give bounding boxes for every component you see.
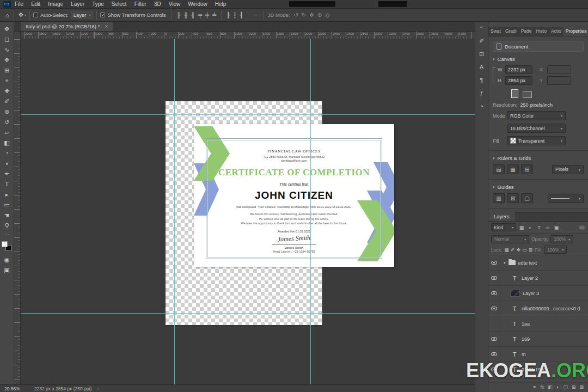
height-field[interactable]: 2854 px [505,76,532,85]
layer-visibility-toggle[interactable] [488,286,500,301]
filter-pixel-layers-icon[interactable]: ▦ [518,223,525,231]
group-expand-caret[interactable]: ▾ [504,261,506,265]
menu-item[interactable]: Select [108,0,131,9]
eraser-tool[interactable]: ▱ [0,127,14,138]
panel-tab[interactable]: Patte [519,27,534,36]
lock-position-icon[interactable]: ✥ [516,247,520,253]
edit-toolbar-icon[interactable]: ⋯ [0,231,14,238]
panel-tab[interactable]: Swat [488,27,503,36]
tool-preset-caret-icon[interactable]: ▾ [24,13,26,17]
panel-tab[interactable]: Histo [534,27,549,36]
history-brush-tool[interactable]: ↺ [0,117,14,127]
new-guide-layout-icon[interactable]: ▥ [493,193,505,203]
path-selection-tool[interactable]: ▸ [0,189,14,200]
foreground-color-swatch[interactable] [2,241,8,247]
auto-select-checkbox[interactable] [33,13,38,17]
menu-item[interactable]: Edit [27,0,44,9]
healing-brush-tool[interactable]: ✚ [0,86,14,96]
menu-item[interactable]: Image [44,0,67,9]
pen-tool[interactable]: ✒ [0,169,14,179]
menu-item[interactable]: View [165,0,185,9]
canvas-area[interactable]: FINANCIAL LAW OFFICES 711-2880 Nulla St.… [21,39,475,384]
clone-source-panel-icon[interactable]: ⊡ [475,47,488,60]
color-mode-select[interactable]: RGB Color ▾ [507,111,566,120]
align-left-edges-icon[interactable]: ╟ [175,12,182,18]
vertical-guide[interactable] [310,39,311,384]
3d-slide-icon[interactable]: ⊕ [316,12,323,18]
opacity-select[interactable]: 100% ▾ [550,235,573,243]
hand-tool[interactable]: ☚ [0,210,14,220]
home-icon[interactable]: ⌂ [4,12,10,19]
character-panel-icon[interactable]: A [475,60,488,74]
screen-mode-icon[interactable]: ▣ [0,265,14,275]
distribute-horizontal-icon[interactable]: ┠ [225,12,231,18]
close-tab-icon[interactable]: × [105,23,108,29]
width-field[interactable]: 2232 px [505,65,532,74]
brush-tool[interactable]: ✐ [0,96,14,107]
panel-tab[interactable]: Actio [549,27,564,36]
align-right-edges-icon[interactable]: ╢ [189,12,197,18]
panel-tab[interactable]: Properties [564,27,588,36]
libraries-panel-icon[interactable]: ƒ [475,87,488,100]
menu-item[interactable]: Help [211,0,230,9]
vertical-guide[interactable] [174,39,175,384]
zoom-level-field[interactable]: 20.86% [4,386,20,391]
lock-paint-icon[interactable]: ✐ [511,247,515,253]
fill-select[interactable]: Transparent ▾ [507,136,566,145]
layer-visibility-toggle[interactable] [488,255,500,270]
menu-item[interactable]: File [11,0,27,9]
adjustment-layer-icon[interactable]: ◐ [556,384,559,390]
distribute-vertical-icon[interactable]: ┋ [231,12,238,18]
bit-depth-select[interactable]: 16 Bits/Channel ▾ [507,124,566,133]
lock-transparency-icon[interactable]: ▦ [504,247,509,253]
expand-panels-icon[interactable]: « [480,24,483,30]
gradient-tool[interactable]: ◧ [0,138,14,148]
lock-guides-icon[interactable]: ⊠ [507,193,519,203]
tab-layers[interactable]: Layers [488,212,515,221]
horizontal-guide[interactable] [21,313,475,314]
distribute-spacing-icon[interactable]: ┨ [238,12,244,18]
auto-select-target-select[interactable]: Layer ▾ [71,11,94,19]
toggle-grid-icon[interactable]: ▦ [507,164,519,174]
filter-shape-layers-icon[interactable]: ▱ [544,223,552,231]
filter-adjustment-layers-icon[interactable]: ◐ [526,223,534,231]
new-group-icon[interactable]: ▢ [563,384,568,390]
brushes-panel-icon[interactable]: ✐ [475,34,488,47]
guide-style-select[interactable]: ▾ [548,194,584,203]
paragraph-panel-icon[interactable]: ¶ [475,74,488,87]
move-tool[interactable]: ✥ [0,24,14,34]
layer-row[interactable]: ▾ T Layer 3 [488,286,588,301]
layer-visibility-toggle[interactable] [488,332,500,346]
eyedropper-tool[interactable]: ⌖ [0,76,14,86]
dodge-tool[interactable]: ◖ [0,158,14,169]
filter-type-layers-icon[interactable]: T [535,223,543,231]
more-options-icon[interactable]: ⋯ [252,12,260,18]
layer-mask-icon[interactable]: ◧ [548,384,553,390]
current-tool-icon[interactable]: ✥ [17,11,24,19]
3d-scale-icon[interactable]: ◎ [323,12,332,18]
shape-tool[interactable]: ▭ [0,200,14,210]
show-transform-checkbox[interactable]: ✓ [100,13,105,17]
3d-roll-icon[interactable]: ↻ [300,12,308,18]
clone-stamp-tool[interactable]: ⊛ [0,107,14,117]
layer-row[interactable]: ▾ T edte text [488,255,588,271]
color-swatches[interactable] [0,241,14,253]
rulers-grids-section-header[interactable]: ▾ Rulers & Grids [493,155,584,161]
units-select[interactable]: Pixels ▾ [552,165,584,174]
filter-smart-objects-icon[interactable]: ▣ [553,223,560,231]
filter-kind-select[interactable]: Kind ▾ [491,223,516,231]
menu-item[interactable]: Layer [67,0,88,9]
layer-visibility-toggle[interactable] [488,271,500,285]
blend-mode-select[interactable]: Normal ▾ [491,235,529,243]
zoom-tool[interactable]: ⚲ [0,220,14,231]
horizontal-ruler[interactable]: 2000180016001400120010008006004002000200… [14,32,475,39]
link-layers-icon[interactable]: ⚭ [532,384,537,390]
portrait-orientation-button[interactable] [511,89,518,98]
quick-mask-icon[interactable]: ◉ [0,255,14,265]
timeline-panel-icon[interactable]: ◔ [475,100,488,113]
new-layer-icon[interactable]: ⊞ [572,384,576,390]
blur-tool[interactable]: ◔ [0,148,14,158]
clear-guides-icon[interactable]: ▢ [521,193,533,203]
menu-item[interactable]: 3D [150,0,165,9]
align-top-edges-icon[interactable]: ╤ [197,12,204,18]
